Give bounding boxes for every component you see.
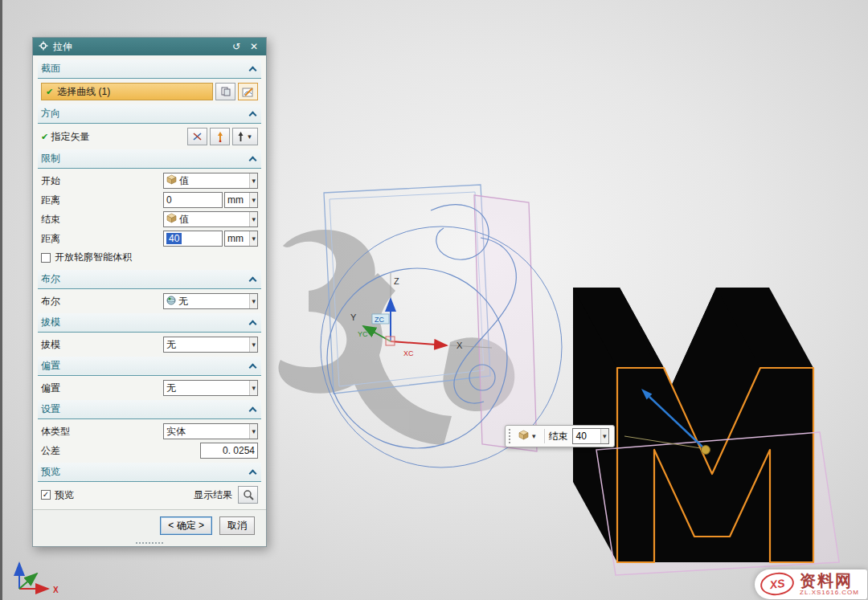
close-button[interactable]: ✕ — [248, 40, 260, 53]
caret-down-icon: ▾ — [249, 337, 257, 352]
offset-label: 偏置 — [41, 382, 60, 395]
selected-text: 40 — [166, 233, 182, 244]
end-distance-onscreen-input[interactable]: 40 ▾ — [572, 428, 609, 444]
select-curve-label: 选择曲线 (1) — [57, 85, 110, 99]
view-orientation-triad[interactable]: X — [19, 563, 59, 594]
body-type-label: 体类型 — [41, 425, 70, 439]
end-distance-input[interactable]: 40 — [163, 231, 223, 247]
chevron-up-icon — [249, 66, 257, 74]
section-title: 截面 — [41, 62, 60, 76]
end-label: 结束 — [41, 213, 60, 227]
cancel-button[interactable]: 取消 — [219, 516, 255, 535]
chevron-up-icon — [249, 276, 257, 284]
offset-dropdown[interactable]: 无 ▾ — [163, 380, 258, 396]
sphere-icon — [166, 296, 176, 308]
caret-down-icon: ▾ — [600, 429, 608, 443]
start-option-value: 值 — [179, 174, 247, 188]
separator — [544, 429, 545, 443]
section-header-section[interactable]: 截面 — [38, 59, 261, 79]
preview-label: 预览 — [55, 488, 74, 502]
chevron-up-icon — [249, 469, 257, 477]
boolean-dropdown[interactable]: 无 ▾ — [163, 293, 258, 309]
end-option-value: 值 — [179, 213, 247, 227]
reset-button[interactable]: ↺ — [230, 40, 243, 53]
sketch-section-button[interactable] — [238, 83, 258, 100]
reuse-curve-button[interactable] — [215, 83, 235, 100]
section-header-boolean[interactable]: 布尔 — [38, 270, 261, 289]
distance-drag-ball[interactable] — [702, 446, 710, 455]
section-title: 预览 — [41, 465, 60, 479]
section-header-settings[interactable]: 设置 — [38, 400, 261, 419]
caret-down-icon: ▾ — [249, 212, 257, 227]
caret-down-icon: ▾ — [249, 424, 257, 439]
section-header-direction[interactable]: 方向 — [38, 104, 261, 124]
chevron-up-icon — [249, 363, 257, 371]
end-option-dropdown[interactable]: 值 ▾ — [163, 211, 258, 227]
show-result-label: 显示结果 — [194, 488, 232, 502]
chevron-up-icon — [249, 111, 257, 119]
section-title: 拔模 — [41, 316, 60, 329]
chevron-up-icon — [249, 156, 257, 164]
caret-down-icon: ▾ — [249, 381, 257, 395]
vector-options-dropdown[interactable]: ▾ — [232, 128, 258, 145]
open-profile-checkbox[interactable] — [41, 253, 51, 263]
check-icon: ✔ — [46, 87, 53, 97]
watermark-logo: XS — [759, 571, 795, 598]
section-title: 设置 — [41, 402, 60, 416]
onscreen-input-toolbar: ▾ 结束 40 ▾ — [505, 425, 615, 447]
dialog-footer: < 确定 > 取消 — [33, 509, 266, 539]
watermark-site-url: ZL.XS1616.COM — [800, 590, 859, 596]
caret-down-icon: ▾ — [249, 294, 257, 308]
section-header-preview[interactable]: 预览 — [38, 463, 261, 482]
tolerance-input[interactable]: 0. 0254 — [200, 443, 258, 459]
extrude-dialog: 拉伸 ↺ ✕ 截面 ✔ 选择曲线 (1) — [32, 37, 267, 547]
tolerance-label: 公差 — [41, 444, 60, 458]
ok-button[interactable]: < 确定 > — [160, 516, 212, 535]
axis-label-zc: ZC — [375, 316, 384, 324]
start-distance-input[interactable]: 0 — [163, 192, 223, 208]
gear-icon — [39, 41, 48, 53]
end-distance-unit-dropdown[interactable]: mm ▾ — [224, 231, 258, 247]
start-distance-unit-dropdown[interactable]: mm ▾ — [224, 192, 258, 208]
dialog-titlebar[interactable]: 拉伸 ↺ ✕ — [33, 38, 266, 55]
dialog-resize-grip[interactable] — [33, 539, 266, 546]
show-result-button[interactable] — [238, 486, 258, 504]
axis-label-y: Y — [350, 312, 357, 322]
datum-plane-vertical[interactable] — [474, 195, 537, 451]
body-type-dropdown[interactable]: 实体 ▾ — [163, 423, 258, 439]
caret-down-icon: ▾ — [246, 129, 253, 145]
watermark: XS 资料网 ZL.XS1616.COM — [755, 569, 867, 599]
section-title: 布尔 — [41, 272, 60, 286]
section-header-draft[interactable]: 拔模 — [38, 313, 261, 333]
preview-checkbox[interactable]: ✓ — [41, 490, 51, 500]
section-title: 限制 — [41, 152, 60, 165]
triad-label-x: X — [53, 586, 59, 594]
draft-dropdown[interactable]: 无 ▾ — [163, 337, 258, 353]
cube-icon — [518, 430, 529, 443]
cube-icon — [166, 174, 177, 187]
start-label: 开始 — [41, 174, 60, 188]
cube-icon — [166, 213, 177, 226]
section-title: 偏置 — [41, 359, 60, 373]
check-icon: ✔ — [41, 132, 48, 141]
graphics-window: ZC XC YC Z X Y X 拉伸 ↺ — [0, 0, 868, 600]
start-option-dropdown[interactable]: 值 ▾ — [163, 173, 258, 189]
specify-vector-label: ✔ 指定矢量 — [41, 130, 90, 144]
start-distance-label: 距离 — [41, 194, 60, 207]
caret-down-icon: ▾ — [249, 193, 257, 207]
drag-handle[interactable] — [509, 429, 512, 443]
axis-label-yc: YC — [358, 330, 368, 338]
chevron-up-icon — [249, 406, 257, 414]
limit-option-dropdown[interactable]: ▾ — [516, 428, 540, 444]
section-title: 方向 — [41, 107, 60, 120]
caret-down-icon: ▾ — [249, 173, 257, 188]
caret-down-icon: ▾ — [530, 430, 538, 443]
open-profile-label: 开放轮廓智能体积 — [55, 251, 132, 264]
vector-dialog-button[interactable] — [187, 128, 207, 145]
section-header-limits[interactable]: 限制 — [38, 149, 261, 169]
draft-label: 拔模 — [41, 338, 60, 352]
select-curve-field[interactable]: ✔ 选择曲线 (1) — [41, 83, 213, 100]
section-header-offset[interactable]: 偏置 — [38, 357, 261, 376]
axis-label-x: X — [457, 341, 463, 350]
inferred-vector-button[interactable] — [210, 128, 230, 145]
